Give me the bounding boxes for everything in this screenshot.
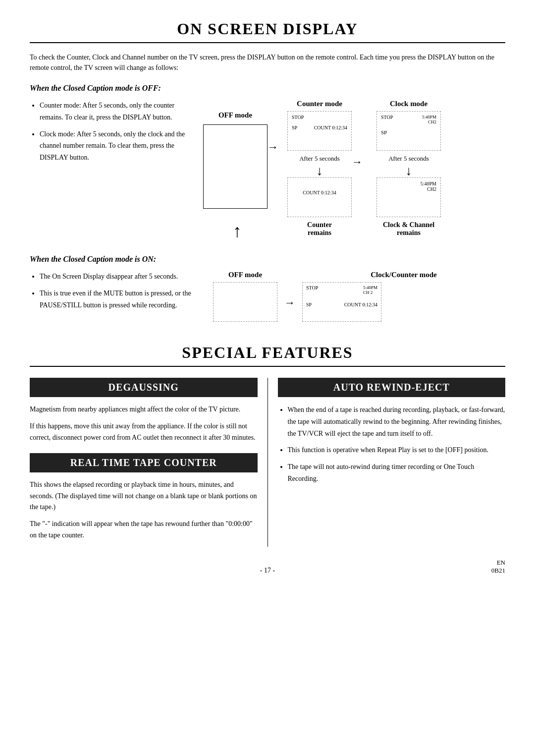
features-grid: DEGAUSSING Magnetism from nearby applian…	[30, 378, 505, 547]
counter-mode-bottom-screen: COUNT 0:12:34	[287, 177, 352, 217]
autorewind-bullet-3: The tape will not auto-rewind during tim…	[288, 461, 506, 485]
off-mode-screen	[203, 124, 268, 209]
off-mode-label: OFF mode	[218, 111, 252, 119]
bullet-counter-mode: Counter mode: After 5 seconds, only the …	[40, 100, 188, 123]
realtime-text2: The "-" indication will appear when the …	[30, 519, 258, 541]
down-arrow-clock: ↓	[406, 165, 412, 177]
counter-mode-top-screen: STOP SP COUNT 0:12:34	[287, 111, 352, 151]
footer-en: EN	[497, 559, 505, 566]
autorewind-bullet-1: When the end of a tape is reached during…	[288, 404, 506, 439]
on-sp-label: SP	[306, 302, 312, 307]
title-divider	[30, 42, 505, 43]
page-title: ON SCREEN DISPLAY	[30, 20, 505, 38]
arrow-to-counter: →	[268, 141, 278, 154]
up-arrow-off: ↑	[233, 221, 242, 241]
closed-caption-on-section: The On Screen Display disappear after 5 …	[30, 271, 505, 324]
intro-text: To check the Counter, Clock and Channel …	[30, 52, 505, 73]
stop-label-clk-top: STOP	[381, 115, 393, 124]
sp-label-cm-top: SP	[292, 125, 297, 130]
page-number: - 17 -	[30, 567, 505, 575]
count-bottom-cm: COUNT 0:12:34	[303, 190, 336, 195]
down-arrow-counter: ↓	[317, 165, 323, 177]
degaussing-text1: Magnetism from nearby appliances might a…	[30, 404, 258, 415]
count-label-cm-top: COUNT 0:12:34	[314, 125, 347, 130]
arrow-to-clock: →	[352, 156, 363, 169]
degaussing-text2: If this happens, move this unit away fro…	[30, 421, 258, 443]
autorewind-bullet-2: This function is operative when Repeat P…	[288, 444, 506, 456]
bullet-on-1: The On Screen Display disappear after 5 …	[40, 271, 198, 283]
section1-subtitle: When the Closed Caption mode is OFF:	[30, 84, 505, 93]
section2-bullets: The On Screen Display disappear after 5 …	[30, 271, 198, 324]
clock-mode-top-screen: STOP 5:40PMCH2 SP	[376, 111, 441, 151]
sp-label-clk-top: SP	[381, 129, 387, 135]
sf-divider	[30, 366, 505, 367]
on-stop-label: STOP	[306, 285, 318, 295]
on-count-label: COUNT 0:12:34	[344, 302, 377, 307]
on-off-mode-screen	[213, 282, 277, 322]
on-clockcounter-screen: STOP 5:40PMCH 2 SP COUNT 0:12:34	[302, 282, 381, 322]
footer-code: EN 0B21	[491, 559, 505, 575]
arrow-on-to-clock: →	[284, 296, 295, 309]
after5-clock: After 5 seconds	[388, 155, 429, 163]
clock-bottom: 5:40PM	[421, 181, 436, 186]
section2-subtitle: When the Closed Caption mode is ON:	[30, 255, 505, 264]
counter-mode-label: Counter mode	[297, 100, 342, 108]
closed-caption-off-section: Counter mode: After 5 seconds, only the …	[30, 100, 505, 240]
on-off-mode-label: OFF mode	[228, 271, 262, 279]
stop-label-cm-top: STOP	[292, 115, 304, 120]
autorewind-bullets: When the end of a tape is reached during…	[278, 404, 506, 485]
features-right-col: AUTO REWIND-EJECT When the end of a tape…	[268, 378, 506, 547]
on-clockcounter-mode-label: Clock/Counter mode	[371, 271, 436, 279]
autorewind-header: AUTO REWIND-EJECT	[278, 378, 506, 397]
special-features-title: SPECIAL FEATURES	[30, 344, 505, 362]
clock-mode-bottom-screen: 5:40PM CH2	[376, 177, 441, 217]
clock-ch-clk-top: 5:40PMCH2	[422, 115, 436, 124]
features-left-col: DEGAUSSING Magnetism from nearby applian…	[30, 378, 268, 547]
realtime-text1: This shows the elapsed recording or play…	[30, 479, 258, 513]
footer-0b21: 0B21	[491, 567, 505, 574]
degaussing-header: DEGAUSSING	[30, 378, 258, 397]
clock-mode-label: Clock mode	[390, 100, 428, 108]
page-footer: - 17 - EN 0B21	[30, 567, 505, 575]
bullet-clock-mode: Clock mode: After 5 seconds, only the cl…	[40, 128, 188, 164]
after5-counter: After 5 seconds	[299, 155, 340, 163]
realtime-header: REAL TIME TAPE COUNTER	[30, 453, 258, 472]
bullet-on-2: This is true even if the MUTE button is …	[40, 288, 198, 311]
section1-bullets: Counter mode: After 5 seconds, only the …	[30, 100, 188, 240]
on-clock-ch: 5:40PMCH 2	[363, 285, 377, 295]
ch-bottom: CH2	[427, 186, 436, 192]
